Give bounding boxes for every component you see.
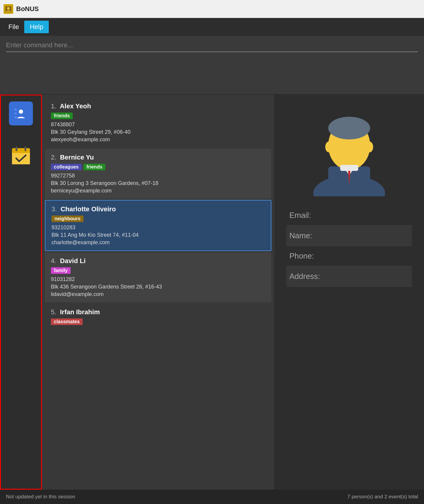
contact-name: 5. Irfan Ibrahim: [51, 308, 265, 316]
contact-email: lidavid@example.com: [51, 291, 265, 297]
contact-phone: 93210283: [51, 224, 265, 231]
contact-card[interactable]: 3. Charlotte Oliveironeighbours93210283B…: [45, 200, 271, 251]
contact-address: Blk 30 Lorong 3 Serangoon Gardens, #07-1…: [51, 180, 265, 186]
contact-list[interactable]: 1. Alex Yeohfriends87438807Blk 30 Geylan…: [42, 95, 274, 490]
field-phone: Phone:: [286, 246, 412, 266]
contact-email: berniceyu@example.com: [51, 188, 265, 194]
status-left: Not updated yet in this session: [6, 494, 75, 500]
contact-tags: friends: [51, 113, 265, 119]
contact-phone: 91031282: [51, 276, 265, 283]
sidebar: [0, 95, 42, 490]
contact-name: 3. Charlotte Oliveiro: [51, 205, 265, 213]
tag-colleagues: colleagues: [51, 164, 82, 170]
menu-bar: File Help: [0, 18, 424, 36]
contact-name: 2. Bernice Yu: [51, 154, 265, 161]
field-name: Name:: [286, 226, 412, 246]
title-bar: BoNUS: [0, 0, 424, 18]
tag-friends: friends: [83, 164, 105, 170]
contact-card[interactable]: 4. David Lifamily91031282Blk 436 Serango…: [45, 252, 271, 302]
svg-rect-4: [14, 113, 17, 114]
svg-point-1: [7, 7, 10, 10]
contact-card[interactable]: 2. Bernice Yucolleaguesfriends99272758Bl…: [45, 149, 271, 199]
contact-tags: neighbours: [51, 215, 265, 222]
contact-address: Blk 436 Serangoon Gardens Street 26, #16…: [51, 284, 265, 290]
contact-address: Blk 30 Geylang Street 29, #06-40: [51, 129, 265, 135]
svg-rect-19: [340, 165, 358, 171]
sidebar-contacts-button[interactable]: [9, 101, 33, 125]
field-address: Address:: [286, 266, 412, 287]
menu-file[interactable]: File: [3, 21, 24, 33]
svg-rect-10: [16, 146, 17, 151]
detail-fields: Email: Name: Phone: Address:: [280, 205, 418, 287]
command-bar: [0, 36, 424, 52]
output-area: [0, 52, 424, 94]
sidebar-calendar-button[interactable]: [9, 143, 33, 167]
contact-card[interactable]: 5. Irfan Ibrahimclassmates: [45, 303, 271, 332]
app-title: BoNUS: [16, 5, 39, 13]
detail-panel: Email: Name: Phone: Address:: [274, 95, 424, 490]
tag-friends: friends: [51, 113, 73, 119]
menu-help[interactable]: Help: [24, 21, 48, 33]
status-right: 7 person(s) and 2 event(s) total: [347, 494, 418, 500]
svg-rect-8: [12, 148, 30, 153]
svg-point-6: [19, 110, 23, 114]
contact-email: charlotte@example.com: [51, 239, 265, 246]
svg-point-21: [366, 142, 373, 152]
tag-neighbours: neighbours: [51, 215, 83, 222]
contact-tags: colleaguesfriends: [51, 164, 265, 170]
field-email: Email:: [286, 205, 412, 226]
svg-rect-11: [25, 146, 26, 151]
contact-email: alexyeoh@example.com: [51, 136, 265, 143]
contact-phone: 87438807: [51, 122, 265, 128]
contact-tags: family: [51, 267, 265, 274]
contact-card[interactable]: 1. Alex Yeohfriends87438807Blk 30 Geylan…: [45, 98, 271, 148]
contact-address: Blk 11 Ang Mo Kio Street 74, #11-04: [51, 232, 265, 238]
svg-point-18: [328, 117, 370, 139]
avatar-area: [307, 101, 391, 196]
svg-rect-3: [14, 109, 17, 110]
svg-point-20: [325, 142, 332, 152]
main-content: 1. Alex Yeohfriends87438807Blk 30 Geylan…: [0, 95, 424, 490]
contact-name: 4. David Li: [51, 257, 265, 265]
app-icon: [4, 4, 13, 14]
tag-classmates: classmates: [51, 318, 83, 325]
contact-tags: classmates: [51, 318, 265, 325]
contact-name: 1. Alex Yeoh: [51, 102, 265, 110]
tag-family: family: [51, 267, 71, 274]
svg-rect-9: [12, 153, 30, 164]
status-bar: Not updated yet in this session 7 person…: [0, 490, 424, 504]
svg-rect-5: [14, 116, 17, 118]
contact-phone: 99272758: [51, 173, 265, 179]
command-input[interactable]: [6, 39, 418, 52]
